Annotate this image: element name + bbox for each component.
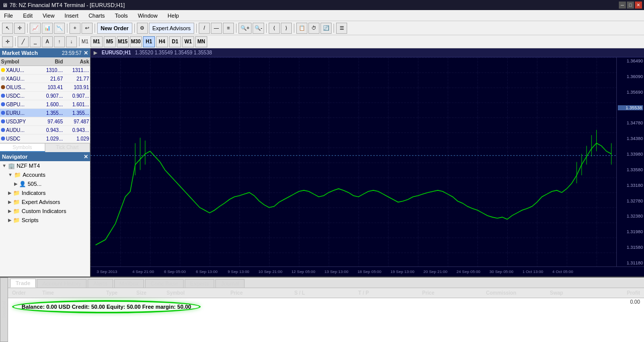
mw-ask-3: 0.907... [63,93,89,99]
tab-journal[interactable]: Journal [215,279,245,288]
text-obj[interactable]: A [42,36,53,47]
bottom-section: Terminal Trade Account History Alerts Ma… [0,277,644,342]
mw-row[interactable]: XAUU... 1310.... 1311.... [0,66,90,75]
timeframe-m5[interactable]: M5 [104,36,116,47]
maximize-button[interactable]: □ [627,2,634,9]
chart-canvas[interactable]: 1.36490 1.36090 1.35690 1.35538 1.34780 … [91,57,644,266]
tab-alerts[interactable]: Alerts [88,279,113,288]
mw-symbol-0: XAUU... [1,67,37,73]
toolbar-sep8 [294,24,294,33]
timeframe-m30[interactable]: M30 [130,36,142,47]
nav-icon-6: 📁 [13,217,20,224]
nav-item-nzf-mt4[interactable]: ▼ 🏢 NZF MT4 [0,161,90,170]
nav-item-expert-advisors[interactable]: ▶ 📁 Expert Advisors [0,197,90,207]
menu-insert[interactable]: Insert [62,12,80,20]
channel-tool[interactable]: ≡ [223,23,234,34]
tb2-sep2 [79,37,79,46]
expert-advisors-button[interactable]: Expert Advisors [149,23,194,34]
arrow-tool[interactable]: ↖ [2,23,13,34]
mw-row[interactable]: AUDU... 0.943... 0.943... [0,126,90,134]
mw-dot-3 [1,94,5,98]
nav-item-505...[interactable]: ▶ 👤 505... [0,179,90,188]
graph-prop[interactable]: 📊 [42,23,53,34]
template-btn[interactable]: 📋 [296,23,307,34]
nav-item-accounts[interactable]: ▼ 📁 Accounts [0,170,90,179]
nav-item-custom-indicators[interactable]: ▶ 📁 Custom Indicators [0,207,90,216]
market-watch-time: 23:59:57 [62,50,82,56]
mw-tab-symbols[interactable]: Symbols [0,144,45,152]
zoom-in-chart[interactable]: + [69,23,80,34]
tab-trade[interactable]: Trade [10,279,36,288]
line-tool[interactable]: / [199,23,210,34]
nav-label-3: Indicators [22,190,46,196]
mw-row[interactable]: OILUS... 103.41 103.91 [0,83,90,92]
mw-tab-tick-chart[interactable]: Tick Chart [45,144,91,152]
misc-btn[interactable]: ☰ [336,23,347,34]
tab-code-base[interactable]: Code Base [145,279,183,288]
timeframe-mn[interactable]: MN [195,36,207,47]
col-commission: Commission [484,290,548,296]
indicator-btn[interactable]: 📉 [54,23,65,34]
col-type: Type [104,290,134,296]
nav-icon-3: 📁 [13,189,20,196]
scroll-right[interactable]: ⟩ [281,23,292,34]
mw-symbol-4: GBPU... [1,102,37,107]
hline-tool[interactable]: — [211,23,222,34]
hline-obj[interactable]: ⎯ [30,36,41,47]
menu-tools[interactable]: Tools [113,12,130,20]
timeframe-m15[interactable]: M15 [117,36,129,47]
nav-item-scripts[interactable]: ▶ 📁 Scripts [0,216,90,225]
mw-row[interactable]: EURU... 1.355... 1.355... [0,109,90,117]
mw-row[interactable]: USDJPY 97.465 97.487 [0,117,90,126]
col-sl: S / L [292,290,356,296]
zoom-out-btn[interactable]: 🔍- [253,23,264,34]
new-chart[interactable]: 📈 [30,23,41,34]
crosshair-btn2[interactable]: ✛ [2,36,13,47]
arrow-down-obj[interactable]: ↓ [66,36,77,47]
mw-row[interactable]: GBPU... 1.600... 1.601... [0,100,90,109]
mw-row[interactable]: USDC 1.029... 1.029 [0,134,90,143]
sync-btn[interactable]: 🔄 [320,23,332,34]
menu-charts[interactable]: Charts [87,12,107,20]
undo-btn[interactable]: ↩ [82,23,93,34]
chart-area[interactable]: ▶ EURUSD;H1 1.35520 1.35549 1.35459 1.35… [91,48,644,277]
menu-help[interactable]: Help [166,12,181,20]
market-watch-close-button[interactable]: ✕ [84,50,88,56]
mw-row[interactable]: XAGU... 21.67 21.77 [0,75,90,83]
col-size: Size [134,290,165,296]
navigator-close-button[interactable]: ✕ [84,154,88,160]
menu-edit[interactable]: Edit [21,12,35,20]
scroll-left[interactable]: ⟨ [269,23,280,34]
nav-label-2: 505... [28,181,42,187]
zoom-in-btn[interactable]: 🔍+ [238,23,252,34]
menu-window[interactable]: Window [136,12,159,20]
menu-view[interactable]: View [41,12,57,20]
timeframe-h1[interactable]: H1 [143,36,155,47]
crosshair-tool[interactable]: ✛ [14,23,25,34]
tab-experts[interactable]: Experts [185,279,214,288]
timeframe-m1[interactable]: M1 [91,36,103,47]
price-9: 1.32780 [618,198,643,203]
chart-ohlc: 1.35520 1.35549 1.35459 1.35538 [135,50,212,55]
mw-ask-6: 97.487 [63,119,89,124]
terminal-side-label[interactable]: Terminal [0,278,8,342]
tab-mailbox[interactable]: Mailbox [114,279,144,288]
period-sep-btn[interactable]: ⏱ [308,23,319,34]
line-obj[interactable]: ╱ [18,36,29,47]
timeframe-d1[interactable]: D1 [169,36,181,47]
window-title: 🖥 78: NZ Financial MT4 Terminal - [EURUS… [2,2,125,8]
mw-row[interactable]: USDC... 0.907... 0.907... [0,92,90,100]
new-order-button[interactable]: New Order [97,23,132,34]
menu-file[interactable]: File [2,12,15,20]
timeframe-h4[interactable]: H4 [156,36,168,47]
nav-icon-4: 📁 [13,198,20,206]
mw-dot-7 [1,128,5,132]
minimize-button[interactable]: ─ [619,2,626,9]
timeframe-w1[interactable]: W1 [182,36,194,47]
arrow-up-obj[interactable]: ↑ [54,36,65,47]
col-swap: Swap [548,290,612,296]
title-bar: 🖥 78: NZ Financial MT4 Terminal - [EURUS… [0,0,644,10]
close-button[interactable]: ✕ [635,2,642,9]
tab-account-history[interactable]: Account History [37,279,87,288]
nav-item-indicators[interactable]: ▶ 📁 Indicators [0,188,90,197]
